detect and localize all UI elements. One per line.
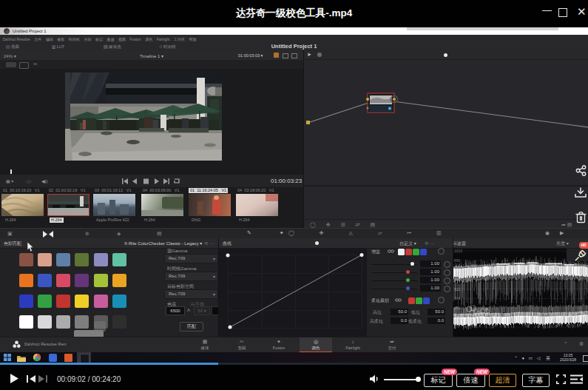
svg-text:896: 896 xyxy=(454,258,461,263)
svg-text:1023: 1023 xyxy=(454,249,462,253)
